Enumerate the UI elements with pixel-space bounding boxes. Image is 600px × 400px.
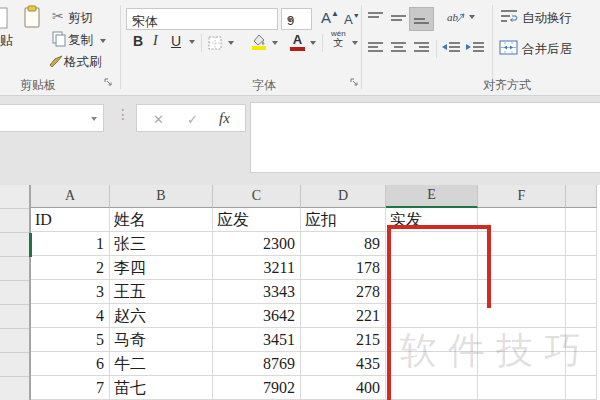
- cell[interactable]: 6: [31, 352, 110, 376]
- phonetic-guide-button[interactable]: wén 文: [331, 30, 346, 48]
- cell[interactable]: 3: [31, 280, 110, 304]
- format-painter-button[interactable]: 格式刷: [64, 56, 102, 69]
- insert-function-icon[interactable]: fx: [219, 110, 230, 127]
- cell[interactable]: 3451: [213, 328, 301, 352]
- cell[interactable]: 7: [31, 376, 110, 400]
- align-bottom-selected-box[interactable]: [409, 7, 434, 31]
- cell[interactable]: 姓名: [110, 208, 213, 232]
- font-name-caret[interactable]: [132, 18, 138, 22]
- copy-dropdown-caret[interactable]: [100, 39, 106, 43]
- orientation-icon[interactable]: ab: [447, 9, 465, 25]
- cell[interactable]: 4: [31, 304, 110, 328]
- cell[interactable]: [478, 232, 566, 256]
- underline-dropdown-caret[interactable]: [189, 40, 195, 44]
- paste-page-icon[interactable]: [0, 6, 8, 30]
- cell[interactable]: [386, 304, 478, 328]
- column-header-D[interactable]: D: [301, 185, 386, 208]
- clipboard-dialog-launcher-icon[interactable]: [104, 78, 113, 87]
- cell[interactable]: 215: [301, 328, 386, 352]
- column-header-partial[interactable]: [566, 185, 597, 208]
- cell[interactable]: [386, 256, 478, 280]
- align-top-icon[interactable]: [367, 11, 384, 25]
- cell[interactable]: 张三: [110, 232, 213, 256]
- italic-button[interactable]: I: [153, 34, 158, 48]
- wrap-text-button[interactable]: 自动换行: [522, 12, 572, 25]
- cell[interactable]: 400: [301, 376, 386, 400]
- cell[interactable]: 8769: [213, 352, 301, 376]
- cell[interactable]: [566, 232, 597, 256]
- borders-icon[interactable]: [208, 36, 222, 50]
- name-box-caret[interactable]: [91, 117, 97, 121]
- cell[interactable]: [566, 256, 597, 280]
- fill-color-icon[interactable]: [250, 33, 268, 50]
- paste-clipboard-icon[interactable]: [23, 5, 41, 29]
- increase-indent-icon[interactable]: [465, 42, 485, 54]
- cell[interactable]: [478, 256, 566, 280]
- cell[interactable]: 2300: [213, 232, 301, 256]
- divider-dots[interactable]: ⋮: [116, 106, 130, 122]
- orientation-dropdown-caret[interactable]: [469, 15, 475, 19]
- name-box[interactable]: [0, 104, 104, 132]
- cell[interactable]: 178: [301, 256, 386, 280]
- column-header-E[interactable]: E: [386, 185, 478, 208]
- cell[interactable]: 李四: [110, 256, 213, 280]
- cell[interactable]: 2: [31, 256, 110, 280]
- cell[interactable]: 1: [31, 232, 110, 256]
- cell[interactable]: 应发: [213, 208, 301, 232]
- font-color-dropdown-caret[interactable]: [310, 41, 316, 45]
- font-color-icon[interactable]: A: [290, 33, 305, 51]
- cell[interactable]: [566, 376, 597, 400]
- fill-color-dropdown-caret[interactable]: [272, 41, 278, 45]
- cell[interactable]: 3343: [213, 280, 301, 304]
- align-center-icon[interactable]: [390, 42, 407, 54]
- align-left-icon[interactable]: [367, 42, 384, 54]
- enter-icon[interactable]: ✓: [187, 112, 198, 127]
- align-middle-icon[interactable]: [390, 11, 407, 25]
- cell[interactable]: [386, 376, 478, 400]
- copy-button[interactable]: 复制: [68, 34, 93, 47]
- merge-center-button[interactable]: 合并后居: [522, 43, 572, 56]
- cell[interactable]: 应扣: [301, 208, 386, 232]
- column-header-B[interactable]: B: [110, 185, 213, 208]
- cell[interactable]: 89: [301, 232, 386, 256]
- cell[interactable]: 苗七: [110, 376, 213, 400]
- cell[interactable]: [566, 208, 597, 232]
- font-size-caret[interactable]: [287, 18, 293, 22]
- column-header-A[interactable]: A: [31, 185, 110, 208]
- cell[interactable]: 221: [301, 304, 386, 328]
- cell[interactable]: [478, 376, 566, 400]
- cell[interactable]: 7902: [213, 376, 301, 400]
- cell[interactable]: 赵六: [110, 304, 213, 328]
- decrease-indent-icon[interactable]: [441, 42, 461, 54]
- row-header-strip[interactable]: [0, 185, 31, 400]
- column-header-F[interactable]: F: [478, 185, 566, 208]
- font-size-combo[interactable]: 9: [281, 8, 312, 30]
- paste-button-label[interactable]: 贴: [0, 34, 13, 47]
- font-name-combo[interactable]: 宋体: [126, 8, 278, 30]
- formula-input[interactable]: [250, 102, 600, 173]
- cell[interactable]: 3211: [213, 256, 301, 280]
- cell[interactable]: [386, 232, 478, 256]
- cell[interactable]: 435: [301, 352, 386, 376]
- cell[interactable]: 马奇: [110, 328, 213, 352]
- cut-button[interactable]: 剪切: [68, 12, 93, 25]
- underline-button[interactable]: U: [171, 34, 181, 48]
- font-dialog-launcher-icon[interactable]: [350, 78, 359, 87]
- cell[interactable]: 3642: [213, 304, 301, 328]
- column-header-C[interactable]: C: [213, 185, 301, 208]
- cell[interactable]: [478, 280, 566, 304]
- cell[interactable]: 5: [31, 328, 110, 352]
- phonetic-dropdown-caret[interactable]: [352, 41, 358, 45]
- cell[interactable]: 牛二: [110, 352, 213, 376]
- cell[interactable]: [478, 304, 566, 328]
- cell[interactable]: 278: [301, 280, 386, 304]
- cell[interactable]: ID: [31, 208, 110, 232]
- cell[interactable]: [478, 208, 566, 232]
- cell[interactable]: [386, 280, 478, 304]
- bold-button[interactable]: B: [133, 34, 143, 48]
- cancel-icon[interactable]: ✕: [153, 112, 164, 127]
- borders-dropdown-caret[interactable]: [228, 41, 234, 45]
- cell[interactable]: [566, 304, 597, 328]
- align-right-icon[interactable]: [413, 42, 430, 54]
- cell[interactable]: [566, 280, 597, 304]
